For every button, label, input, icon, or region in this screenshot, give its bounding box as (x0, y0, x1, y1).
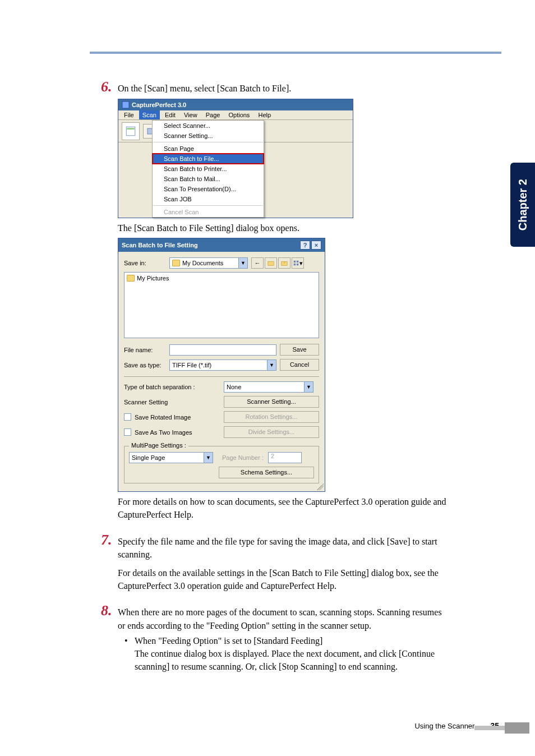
header-rule (90, 52, 501, 54)
bullet-body: The continue dialog box is displayed. Pl… (135, 647, 448, 673)
svg-rect-10 (297, 261, 298, 262)
save-button[interactable]: Save (280, 344, 319, 356)
window-titlebar: CapturePerfect 3.0 (118, 99, 353, 110)
step-7-number: 7. (101, 532, 114, 548)
resize-grip-icon[interactable] (317, 483, 324, 490)
svg-rect-11 (294, 264, 296, 265)
app-logo-icon (122, 101, 130, 109)
multipage-combo[interactable]: Single Page ▼ (129, 452, 213, 463)
step-6-caption: The [Scan Batch to File Setting] dialog … (118, 222, 448, 234)
mi-scan-to-presentation[interactable]: Scan To Presentation(D)... (153, 184, 264, 194)
step-6-text: On the [Scan] menu, select [Scan Batch t… (118, 82, 291, 95)
save-rotated-label: Save Rotated Image (135, 414, 191, 421)
step-8-bullet: • When "Feeding Option" is set to [Stand… (124, 634, 448, 674)
save-two-checkbox[interactable]: Save As Two Images (124, 428, 219, 436)
menu-scan[interactable]: Scan (139, 110, 160, 119)
multipage-fieldset: MultiPage Settings : Single Page ▼ Page … (124, 446, 319, 483)
footer-section-title: Using the Scanner (414, 722, 474, 730)
folder-icon (127, 275, 135, 282)
chevron-down-icon: ▼ (238, 258, 247, 268)
new-folder-icon[interactable]: * (278, 257, 290, 269)
step-6: 6. On the [Scan] menu, select [Scan Batc… (101, 79, 448, 522)
cancel-button[interactable]: Cancel (280, 359, 319, 371)
scan-menu-dropdown: Select Scanner... Scanner Setting... Sca… (152, 120, 264, 218)
menu-file[interactable]: File (121, 110, 137, 119)
svg-rect-9 (294, 261, 296, 262)
multipage-legend: MultiPage Settings : (129, 442, 188, 449)
step-6-number: 6. (101, 79, 114, 95)
mi-select-scanner[interactable]: Select Scanner... (153, 121, 264, 131)
scanner-setting-label: Scanner Setting (124, 399, 219, 405)
mi-scan-job[interactable]: Scan JOB (153, 194, 264, 204)
chapter-tab-label: Chapter 2 (516, 179, 529, 231)
mi-scanner-setting[interactable]: Scanner Setting... (153, 131, 264, 141)
scanner-setting-button[interactable]: Scanner Setting... (224, 396, 319, 408)
batch-separation-combo[interactable]: None ▼ (224, 381, 313, 393)
checkbox-icon (124, 428, 131, 436)
folder-icon (172, 260, 180, 266)
nav-icon-group: ← * ▾ (251, 257, 304, 269)
file-list[interactable]: My Pictures (124, 272, 319, 338)
chapter-tab: Chapter 2 (510, 163, 535, 247)
step-8-number: 8. (101, 602, 114, 619)
step-7-text: Specify the file name and the file type … (118, 535, 448, 561)
mi-scan-batch-to-printer[interactable]: Scan Batch to Printer... (153, 164, 264, 174)
batch-separation-label: Type of batch separation : (124, 384, 219, 390)
schema-settings-button[interactable]: Schema Settings... (219, 467, 314, 478)
menubar: File Scan Edit View Page Options Help (118, 110, 353, 120)
file-name-label: File name: (124, 347, 166, 353)
page-number-label: Page Number : (222, 454, 264, 461)
scan-batch-dialog: Scan Batch to File Setting ? × Save in: … (118, 238, 325, 492)
bullet-head: When "Feeding Option" is set to [Standar… (135, 634, 448, 647)
back-icon[interactable]: ← (251, 257, 264, 269)
save-rotated-checkbox[interactable]: Save Rotated Image (124, 413, 219, 421)
save-in-combo[interactable]: My Documents ▼ (169, 257, 248, 269)
chevron-down-icon: ▼ (204, 453, 213, 463)
chevron-down-icon: ▼ (267, 360, 276, 370)
menu-edit[interactable]: Edit (162, 110, 179, 119)
menu-help[interactable]: Help (255, 110, 274, 119)
svg-rect-6 (268, 262, 274, 266)
captureperfect-window: CapturePerfect 3.0 File Scan Edit View P… (118, 99, 353, 218)
list-item-label: My Pictures (137, 275, 169, 282)
step-7: 7. Specify the file name and the file ty… (101, 532, 448, 593)
save-in-value: My Documents (182, 260, 223, 266)
mi-scan-page[interactable]: Scan Page (153, 144, 264, 154)
svg-text:*: * (284, 261, 285, 265)
mi-scan-batch-to-mail[interactable]: Scan Batch to Mail... (153, 174, 264, 184)
multipage-value: Single Page (132, 454, 165, 461)
step-8-text: When there are no more pages of the docu… (118, 606, 448, 631)
bullet-icon: • (124, 634, 131, 647)
close-icon[interactable]: × (311, 241, 321, 250)
dialog-titlebar: Scan Batch to File Setting ? × (118, 238, 325, 252)
step-8: 8. When there are no more pages of the d… (101, 602, 448, 673)
save-as-type-value: TIFF File (*.tif) (172, 362, 211, 368)
scanner-status-icon (122, 122, 140, 140)
step-7-paragraph: For details on the available settings in… (118, 566, 448, 592)
svg-rect-0 (122, 102, 129, 108)
menu-view[interactable]: View (181, 110, 201, 119)
rotation-settings-button: Rotation Settings... (224, 411, 319, 423)
file-name-input[interactable] (169, 344, 276, 356)
menu-page[interactable]: Page (202, 110, 224, 119)
help-icon[interactable]: ? (300, 241, 310, 250)
save-as-type-combo[interactable]: TIFF File (*.tif) ▼ (169, 359, 276, 371)
view-menu-icon[interactable]: ▾ (292, 257, 304, 269)
page-number-field: 2 (268, 452, 302, 463)
save-in-label: Save in: (124, 260, 166, 266)
separator (124, 376, 319, 377)
batch-separation-value: None (227, 384, 241, 390)
menu-separator-2 (153, 205, 263, 206)
checkbox-icon (124, 413, 131, 421)
save-as-type-label: Save as type: (124, 362, 166, 368)
mi-cancel-scan: Cancel Scan (153, 207, 264, 217)
window-title: CapturePerfect 3.0 (132, 102, 186, 108)
after-dialog-text: For more details on how to scan document… (118, 495, 448, 521)
dialog-title: Scan Batch to File Setting (122, 242, 198, 248)
page-content: 6. On the [Scan] menu, select [Scan Batc… (101, 79, 448, 683)
up-folder-icon[interactable] (265, 257, 277, 269)
mi-scan-batch-to-file[interactable]: Scan Batch to File... (153, 154, 264, 164)
menu-options[interactable]: Options (225, 110, 253, 119)
list-item[interactable]: My Pictures (127, 275, 316, 282)
divide-settings-button: Divide Settings... (224, 426, 319, 438)
